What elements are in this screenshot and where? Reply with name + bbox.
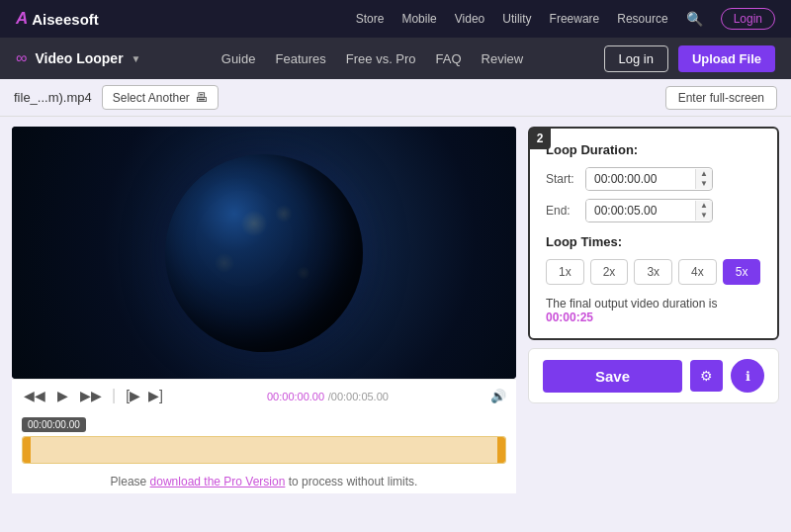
start-time-row: Start: ▲ ▼ [546, 167, 761, 191]
loop-times-label: Loop Times: [546, 234, 761, 249]
fullscreen-button[interactable]: Enter full-screen [665, 86, 777, 110]
nav-mobile[interactable]: Mobile [401, 12, 436, 26]
top-nav-links: Store Mobile Video Utility Freeware Reso… [356, 8, 775, 30]
end-time-input-wrap[interactable]: ▲ ▼ [585, 199, 713, 222]
pro-notice-text: Please [111, 475, 150, 488]
login-button-second[interactable]: Log in [604, 45, 668, 72]
loop-times-section: Loop Times: 1x 2x 3x 4x 5x [546, 234, 761, 285]
nav-free-vs-pro[interactable]: Free vs. Pro [346, 51, 416, 66]
current-time-badge: 00:00:00.00 [22, 417, 86, 432]
loop-times-buttons: 1x 2x 3x 4x 5x [546, 259, 761, 285]
time-display-area: 00:00:00.00 /00:00:05.00 [267, 389, 389, 403]
video-container [12, 127, 516, 379]
video-panel: ◀◀ ▶ ▶▶ | [▶ ▶] 00:00:00.00 /00:00:05.00… [12, 127, 516, 522]
select-another-label: Select Another [113, 91, 190, 105]
pro-notice: Please download the Pro Version to proce… [12, 470, 516, 493]
toolbar-left: file_...m).mp4 Select Another 🖶 [14, 85, 219, 110]
loop-1x-button[interactable]: 1x [546, 259, 584, 285]
nav-review[interactable]: Review [482, 51, 524, 66]
box-number: 2 [529, 128, 551, 149]
nav-freeware[interactable]: Freeware [550, 12, 600, 26]
toolbar: file_...m).mp4 Select Another 🖶 Enter fu… [0, 79, 791, 117]
start-label: Start: [546, 172, 585, 186]
current-time-display: 00:00:00.00 [267, 391, 324, 402]
loop-3x-button[interactable]: 3x [634, 259, 672, 285]
end-spin-up[interactable]: ▲ [696, 201, 712, 211]
mark-in-button[interactable]: [▶ [124, 386, 142, 405]
nav-features[interactable]: Features [275, 51, 325, 66]
bracket-buttons: [▶ ▶] [124, 386, 165, 405]
timeline-playhead[interactable] [27, 437, 29, 463]
start-spin-up[interactable]: ▲ [696, 169, 712, 179]
nav-video[interactable]: Video [455, 12, 484, 26]
app-title-area: ∞ Video Looper ▼ [16, 49, 141, 67]
second-navigation: ∞ Video Looper ▼ Guide Features Free vs.… [0, 38, 791, 79]
logo-a: A [16, 9, 28, 29]
loop-settings-box: 2 Loop Duration: Start: ▲ ▼ End: ▲ [528, 127, 779, 340]
mark-out-button[interactable]: ▶] [146, 386, 165, 405]
nav-store[interactable]: Store [356, 12, 385, 26]
total-time-display: /00:00:05.00 [328, 391, 389, 402]
upload-file-button[interactable]: Upload File [678, 45, 775, 72]
pro-version-link[interactable]: download the Pro Version [150, 475, 286, 488]
rewind-button[interactable]: ◀◀ [22, 386, 47, 405]
earth-lights [165, 154, 363, 352]
nav-faq[interactable]: FAQ [436, 51, 462, 66]
nav-guide[interactable]: Guide [221, 51, 256, 66]
timeline-track[interactable] [22, 436, 506, 464]
earth-sphere [165, 154, 363, 352]
dropdown-arrow-icon[interactable]: ▼ [132, 53, 141, 64]
nav-resource[interactable]: Resource [617, 12, 667, 26]
output-time: 00:00:25 [546, 310, 593, 324]
ctrl-divider: | [112, 387, 116, 404]
end-spin-down[interactable]: ▼ [696, 211, 712, 221]
main-content: ◀◀ ▶ ▶▶ | [▶ ▶] 00:00:00.00 /00:00:05.00… [0, 117, 791, 532]
login-button-top[interactable]: Login [721, 8, 775, 30]
second-nav-right: Log in Upload File [604, 45, 775, 72]
save-settings-button[interactable]: ⚙ [690, 360, 723, 392]
play-button[interactable]: ▶ [55, 386, 70, 405]
ctrl-left: ◀◀ ▶ ▶▶ | [▶ ▶] [22, 386, 165, 405]
logo-area: A Aiseesoft [16, 9, 99, 29]
select-another-button[interactable]: Select Another 🖶 [102, 85, 219, 110]
loop-4x-button[interactable]: 4x [678, 259, 717, 285]
start-time-input[interactable] [586, 168, 695, 190]
search-icon[interactable]: 🔍 [686, 11, 703, 27]
end-time-spinners: ▲ ▼ [695, 201, 712, 221]
save-button[interactable]: Save [543, 360, 682, 393]
loop-5x-button[interactable]: 5x [723, 259, 761, 285]
right-panel: 2 Loop Duration: Start: ▲ ▼ End: ▲ [528, 127, 779, 522]
save-bar: Save ⚙ ℹ [528, 348, 779, 403]
filename-label: file_...m).mp4 [14, 90, 92, 105]
start-spin-down[interactable]: ▼ [696, 179, 712, 189]
end-label: End: [546, 204, 585, 218]
fast-forward-button[interactable]: ▶▶ [78, 386, 104, 405]
earth-visual [12, 127, 516, 379]
pro-notice-suffix: to process without limits. [285, 475, 417, 488]
end-time-row: End: ▲ ▼ [546, 199, 761, 222]
nav-utility[interactable]: Utility [502, 12, 531, 26]
monitor-icon: 🖶 [195, 90, 208, 105]
start-time-spinners: ▲ ▼ [695, 169, 712, 189]
timeline-handle-right[interactable] [497, 437, 505, 463]
end-time-input[interactable] [586, 200, 695, 222]
loop-2x-button[interactable]: 2x [590, 259, 629, 285]
timeline-area: 00:00:00.00 [12, 411, 516, 470]
top-navigation: A Aiseesoft Store Mobile Video Utility F… [0, 0, 791, 38]
logo-text: Aiseesoft [32, 11, 99, 28]
output-info: The final output video duration is 00:00… [546, 297, 761, 324]
video-controls: ◀◀ ▶ ▶▶ | [▶ ▶] 00:00:00.00 /00:00:05.00… [12, 379, 516, 411]
volume-icon[interactable]: 🔊 [490, 389, 506, 403]
loop-icon: ∞ [16, 49, 27, 67]
save-info-button[interactable]: ℹ [731, 359, 764, 393]
second-nav-links: Guide Features Free vs. Pro FAQ Review [221, 51, 523, 66]
start-time-input-wrap[interactable]: ▲ ▼ [585, 167, 713, 191]
app-title: Video Looper [35, 50, 123, 66]
output-info-text: The final output video duration is [546, 297, 717, 310]
loop-duration-label: Loop Duration: [546, 142, 761, 157]
